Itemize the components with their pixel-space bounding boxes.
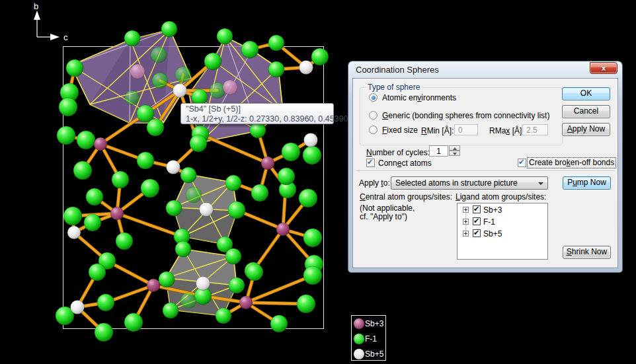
atom-F[interactable] — [63, 207, 82, 225]
atom-S5[interactable] — [196, 277, 210, 291]
atom-F[interactable] — [251, 184, 268, 201]
atom-F[interactable] — [161, 21, 177, 37]
tree-item-sb5[interactable]: Sb+5 — [457, 229, 547, 239]
cancel-button[interactable]: Cancel — [562, 105, 610, 118]
atom-F[interactable] — [89, 264, 106, 281]
atom-F[interactable] — [303, 266, 322, 285]
atom-F[interactable] — [229, 277, 245, 293]
atom-F[interactable] — [299, 189, 317, 207]
atom-S3[interactable] — [276, 223, 290, 236]
atom-F[interactable] — [303, 146, 321, 164]
atom-S5[interactable] — [200, 203, 214, 217]
atom-F[interactable] — [186, 187, 202, 203]
tree-item-f1[interactable]: F-1 — [457, 217, 547, 227]
atom-F[interactable] — [84, 214, 101, 231]
apply-now-button[interactable]: Apply Now — [562, 123, 610, 136]
ok-button[interactable]: OK — [562, 87, 610, 100]
atom-F[interactable] — [278, 168, 295, 185]
atom-S3[interactable] — [110, 207, 124, 220]
rmin-input[interactable]: 0 — [454, 124, 478, 135]
atom-F[interactable] — [282, 143, 300, 161]
atom-F[interactable] — [86, 188, 103, 205]
atom-F[interactable] — [125, 91, 139, 105]
atom-F[interactable] — [73, 161, 92, 180]
atom-S5[interactable] — [299, 61, 313, 75]
rmax-input[interactable]: 2.5 — [522, 124, 548, 135]
atom-F[interactable] — [152, 73, 168, 89]
atom-F[interactable] — [116, 233, 133, 250]
atom-S3[interactable] — [147, 279, 160, 292]
apply-to-dropdown[interactable]: Selected atoms in structure picture — [391, 176, 548, 190]
atom-F[interactable] — [141, 179, 159, 198]
radio-fixed-size-label[interactable]: Fixed size — [382, 126, 418, 135]
atom-S3i[interactable] — [130, 64, 145, 79]
expand-plus-icon[interactable] — [463, 207, 469, 213]
ligand-groups-tree[interactable]: Sb+3 F-1 Sb+5 — [457, 203, 548, 260]
atom-F[interactable] — [124, 313, 143, 332]
atom-F[interactable] — [124, 30, 140, 46]
create-broken-off-bonds-checkbox[interactable] — [518, 159, 526, 167]
atom-S3[interactable] — [261, 157, 274, 170]
atom-F[interactable] — [268, 35, 284, 51]
connect-atoms-label[interactable]: Connect atoms — [378, 159, 432, 168]
atom-S3[interactable] — [239, 296, 253, 309]
tree-checkbox-f1[interactable] — [473, 217, 481, 225]
atom-F[interactable] — [95, 323, 113, 342]
atom-F[interactable] — [297, 295, 315, 313]
atom-F[interactable] — [137, 152, 154, 169]
atom-F[interactable] — [66, 59, 83, 77]
atom-F[interactable] — [190, 135, 207, 152]
atom-S5[interactable] — [173, 84, 187, 98]
tree-item-sb3[interactable]: Sb+3 — [457, 205, 547, 215]
atom-S5[interactable] — [67, 226, 81, 239]
atom-S3i[interactable] — [223, 80, 237, 94]
atom-F[interactable] — [225, 248, 241, 264]
cycles-input[interactable]: 1 — [429, 145, 448, 157]
atom-F[interactable] — [57, 126, 75, 145]
atom-F[interactable] — [270, 315, 288, 332]
atom-F[interactable] — [216, 308, 231, 324]
atom-F[interactable] — [246, 264, 263, 281]
atom-F[interactable] — [303, 229, 322, 247]
spinner-up-button[interactable] — [449, 145, 460, 151]
expand-plus-icon[interactable] — [463, 219, 469, 225]
tree-label-sb3[interactable]: Sb+3 — [483, 205, 502, 215]
atom-F[interactable] — [59, 98, 77, 116]
close-button[interactable]: x — [590, 62, 617, 74]
connect-atoms-checkbox[interactable] — [366, 159, 375, 167]
atom-F[interactable] — [268, 61, 284, 77]
atom-F[interactable] — [311, 48, 329, 65]
atom-F[interactable] — [175, 241, 191, 257]
atom-S5[interactable] — [167, 161, 180, 174]
atom-F[interactable] — [250, 122, 266, 138]
atom-S5[interactable] — [304, 133, 318, 147]
atom-F[interactable] — [159, 272, 175, 287]
tree-checkbox-sb3[interactable] — [473, 205, 481, 213]
atom-F[interactable] — [166, 200, 182, 216]
atom-F[interactable] — [225, 175, 241, 191]
atom-F[interactable] — [175, 67, 191, 83]
atom-F[interactable] — [112, 171, 129, 188]
pump-now-button[interactable]: Pump Now — [563, 176, 611, 190]
atom-F[interactable] — [180, 167, 196, 183]
atom-F[interactable] — [217, 28, 233, 44]
spinner-down-button[interactable] — [449, 151, 460, 156]
atom-F[interactable] — [77, 131, 95, 149]
atom-F[interactable] — [241, 41, 258, 58]
atom-S5[interactable] — [71, 301, 85, 314]
atom-F[interactable] — [228, 201, 245, 219]
radio-fixed-size[interactable] — [369, 126, 378, 134]
atom-F[interactable] — [204, 53, 221, 70]
radio-generic[interactable] — [369, 111, 378, 120]
cycles-spinner[interactable] — [449, 145, 460, 157]
atom-F[interactable] — [163, 303, 179, 318]
radio-generic-label[interactable]: Generic (bonding spheres from connectivi… — [382, 111, 549, 120]
shrink-now-button[interactable]: Shrink Now — [563, 246, 611, 259]
atom-F[interactable] — [151, 47, 167, 63]
expand-plus-icon[interactable] — [463, 231, 469, 237]
tree-checkbox-sb5[interactable] — [473, 229, 481, 237]
tree-label-sb5[interactable]: Sb+5 — [483, 229, 502, 238]
atom-F[interactable] — [97, 294, 114, 311]
atom-F[interactable] — [147, 119, 164, 136]
radio-atomic-environments[interactable] — [369, 93, 378, 102]
